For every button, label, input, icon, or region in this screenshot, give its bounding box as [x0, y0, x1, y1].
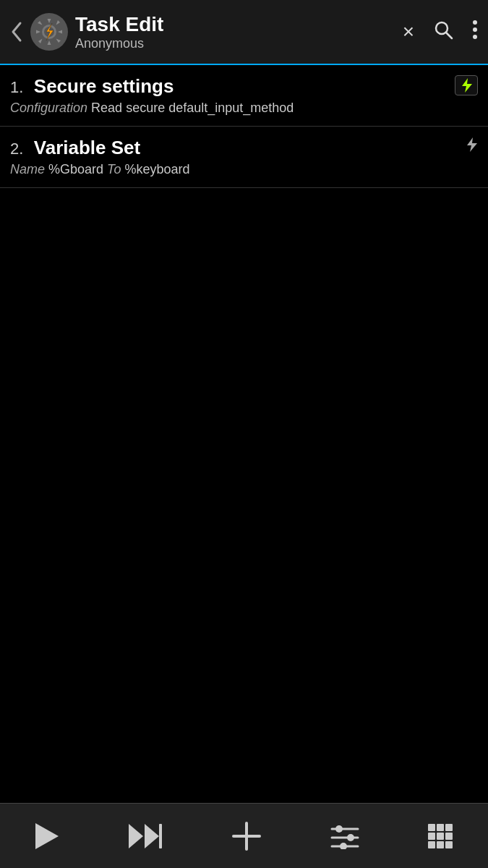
search-button[interactable] — [430, 17, 456, 48]
svg-rect-14 — [159, 824, 162, 848]
skip-button[interactable] — [121, 817, 169, 856]
svg-point-20 — [347, 834, 354, 841]
svg-point-22 — [340, 843, 347, 849]
more-menu-button[interactable] — [469, 17, 481, 48]
task-list: 1. Secure settings Configuration Read se… — [0, 65, 488, 803]
svg-rect-27 — [437, 833, 444, 840]
task-2-title: Variable Set — [34, 137, 140, 158]
app-header: Task Edit Anonymous × — [0, 0, 488, 65]
task-1-lightning-badge — [455, 75, 478, 95]
task-2-to-label: To — [107, 162, 121, 176]
page-title: Task Edit — [75, 13, 400, 36]
svg-rect-26 — [428, 833, 435, 840]
task-1-detail-label: Configuration — [10, 101, 87, 115]
bottom-toolbar — [0, 803, 488, 868]
svg-rect-28 — [445, 833, 453, 840]
task-item-1[interactable]: 1. Secure settings Configuration Read se… — [0, 65, 488, 127]
task-1-detail: Configuration Read secure default_input_… — [10, 101, 478, 116]
app-icon — [30, 13, 68, 51]
play-button[interactable] — [28, 816, 66, 856]
svg-rect-29 — [428, 841, 435, 848]
svg-rect-23 — [428, 824, 435, 831]
svg-marker-11 — [35, 823, 59, 849]
sliders-button[interactable] — [325, 817, 365, 855]
task-1-title: Secure settings — [34, 75, 174, 97]
header-title-block: Task Edit Anonymous — [75, 13, 400, 51]
svg-rect-25 — [445, 824, 453, 831]
svg-line-5 — [446, 33, 452, 38]
task-2-name-label: Name — [10, 162, 45, 176]
svg-point-7 — [473, 27, 477, 32]
task-2-to-value: %keyboard — [124, 162, 189, 176]
svg-marker-10 — [467, 137, 477, 152]
task-2-name-value: %Gboard — [48, 162, 107, 176]
close-button[interactable]: × — [400, 17, 417, 46]
svg-marker-13 — [145, 824, 159, 848]
svg-marker-12 — [129, 824, 143, 848]
task-2-detail: Name %Gboard To %keyboard — [10, 162, 478, 177]
svg-rect-24 — [437, 824, 444, 831]
task-2-lightning-icon — [465, 137, 478, 156]
page-subtitle: Anonymous — [75, 36, 400, 51]
grid-button[interactable] — [421, 817, 460, 856]
svg-rect-31 — [445, 841, 453, 848]
header-actions: × — [400, 17, 481, 48]
task-1-number: 1. — [10, 78, 23, 96]
task-2-title-row: 2. Variable Set — [10, 137, 140, 159]
svg-rect-30 — [437, 841, 444, 848]
svg-point-6 — [473, 20, 477, 25]
svg-point-18 — [335, 825, 343, 833]
task-1-detail-value: Read secure default_input_method — [91, 101, 294, 115]
task-1-title-row: 1. Secure settings — [10, 75, 174, 98]
task-2-number: 2. — [10, 140, 23, 158]
add-button[interactable] — [225, 814, 268, 858]
svg-marker-9 — [462, 78, 472, 93]
svg-point-8 — [473, 35, 477, 39]
back-button[interactable] — [7, 17, 27, 46]
task-item-2[interactable]: 2. Variable Set Name %Gboard To %keyboar… — [0, 127, 488, 188]
